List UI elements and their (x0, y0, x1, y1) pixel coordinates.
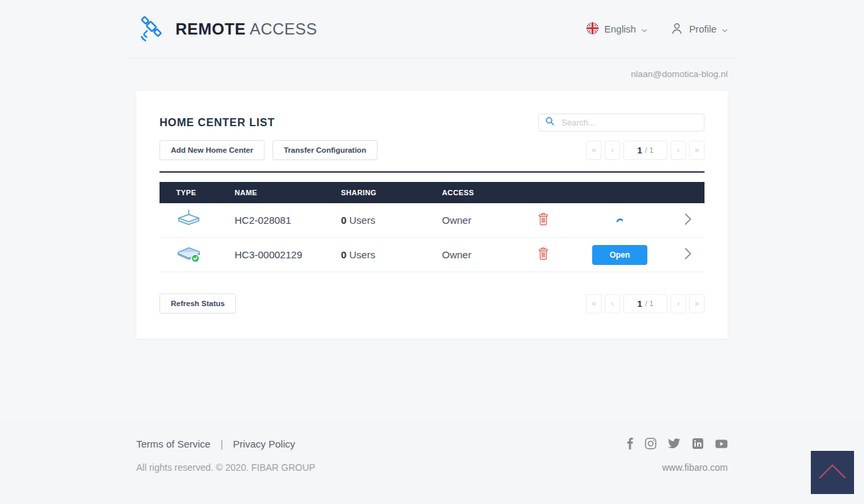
transfer-configuration-button[interactable]: Transfer Configuration (272, 140, 378, 160)
access-role: Owner (442, 214, 518, 226)
profile-label: Profile (689, 24, 716, 35)
table-row: HC3-00002129 0 Users Owner (160, 238, 704, 272)
privacy-policy-link[interactable]: Privacy Policy (233, 438, 295, 450)
table-header-row: TYPE NAME SHARING ACCESS (160, 182, 704, 203)
column-header-name: NAME (235, 189, 341, 197)
pagination-prev-button[interactable]: ‹ (605, 294, 620, 313)
terms-of-service-link[interactable]: Terms of Service (136, 438, 211, 450)
uk-flag-icon (586, 22, 599, 37)
pagination-first-button[interactable]: « (586, 294, 601, 313)
copyright-text: All rights reserved. © 2020. FIBAR GROUP (136, 462, 315, 473)
fibaro-roof-icon (811, 450, 854, 495)
chevron-down-icon (641, 24, 647, 35)
page-footer: Terms of Service | Privacy Policy (0, 418, 864, 504)
facebook-icon[interactable] (627, 438, 633, 450)
pagination-top: « ‹ 1 / 1 › » (586, 141, 704, 160)
search-box[interactable] (538, 114, 704, 131)
pagination-next-button[interactable]: › (671, 294, 686, 313)
delete-button[interactable] (538, 212, 549, 228)
pagination-total-pages: 1 (649, 299, 653, 307)
search-input[interactable] (560, 118, 698, 128)
search-icon (545, 116, 555, 129)
sharing-count: 0 (341, 249, 346, 260)
pagination-last-button[interactable]: » (689, 141, 704, 160)
pagination-current-page: 1 (637, 299, 643, 309)
row-details-button[interactable] (685, 213, 692, 227)
hc2-device-icon (176, 209, 201, 231)
language-label: English (604, 24, 636, 35)
fibaro-logo (811, 451, 854, 494)
sharing-label: Users (350, 214, 376, 226)
chevron-down-icon (722, 24, 728, 35)
pagination-last-button[interactable]: » (689, 294, 704, 313)
trash-icon (538, 212, 549, 228)
logo-text-remote: REMOTE (175, 20, 246, 38)
open-button[interactable]: Open (592, 245, 647, 265)
chevron-right-icon (685, 213, 692, 227)
column-header-sharing: SHARING (341, 189, 442, 197)
trash-icon (538, 247, 549, 262)
sharing-count: 0 (341, 214, 346, 226)
divider (160, 171, 704, 173)
refresh-status-button[interactable]: Refresh Status (160, 294, 236, 313)
youtube-icon[interactable] (715, 439, 728, 449)
column-header-type: TYPE (160, 189, 235, 197)
pagination-bottom: « ‹ 1 / 1 › » (586, 294, 704, 313)
user-email: nlaan@domotica-blog.nl (126, 58, 738, 91)
delete-button[interactable] (538, 247, 549, 262)
twitter-icon[interactable] (668, 438, 681, 449)
pagination-total-pages: 1 (649, 146, 653, 154)
hc3-device-icon (176, 244, 201, 266)
pagination-current: 1 / 1 (623, 294, 667, 313)
logo-wordmark: REMOTEACCESS (175, 20, 317, 39)
sharing-label: Users (350, 249, 376, 260)
device-name: HC2-028081 (235, 214, 341, 226)
instagram-icon[interactable] (645, 438, 657, 450)
pagination-next-button[interactable]: › (671, 141, 686, 160)
home-center-list-card: HOME CENTER LIST Add New Home Center Tra… (136, 91, 728, 339)
pagination-prev-button[interactable]: ‹ (605, 141, 620, 160)
profile-menu[interactable]: Profile (670, 21, 728, 37)
loading-spinner-icon (615, 214, 625, 226)
column-header-access: ACCESS (442, 189, 518, 197)
fibaro-website-link[interactable]: www.fibaro.com (662, 462, 728, 473)
row-details-button[interactable] (685, 248, 692, 262)
language-selector[interactable]: English (586, 22, 647, 37)
pagination-current: 1 / 1 (623, 141, 667, 160)
logo-text-access: ACCESS (250, 20, 318, 38)
home-center-table: TYPE NAME SHARING ACCESS HC2-028081 0 (160, 182, 704, 272)
chevron-right-icon (685, 248, 692, 262)
remote-access-logo: REMOTEACCESS (136, 13, 317, 46)
table-row: HC2-028081 0 Users Owner (160, 203, 704, 238)
satellite-icon (136, 13, 167, 46)
access-role: Owner (442, 249, 518, 260)
linkedin-icon[interactable] (692, 438, 704, 450)
top-header: REMOTEACCESS E (126, 0, 738, 58)
page-title: HOME CENTER LIST (160, 116, 274, 129)
pagination-current-page: 1 (637, 145, 643, 155)
add-home-center-button[interactable]: Add New Home Center (160, 140, 265, 160)
footer-link-divider: | (221, 438, 223, 450)
person-icon (670, 21, 684, 37)
pagination-first-button[interactable]: « (586, 141, 601, 160)
device-name: HC3-00002129 (235, 249, 341, 260)
